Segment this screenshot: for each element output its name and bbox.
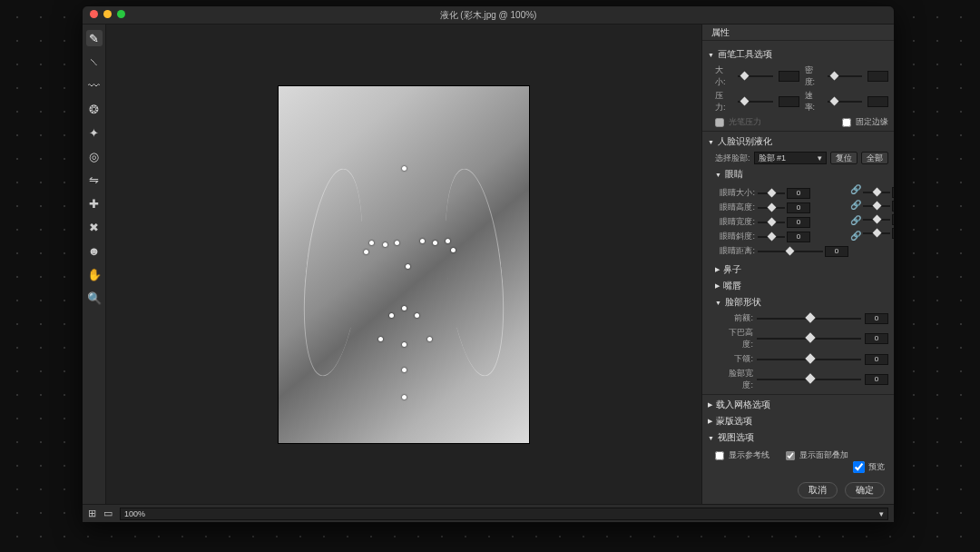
eye-width-right-value[interactable]: 0 xyxy=(892,214,894,225)
section-load-mesh[interactable]: ▶载入网格选项 xyxy=(708,399,888,411)
eye-tilt-right-value[interactable]: 0 xyxy=(892,228,894,239)
jaw-value[interactable]: 0 xyxy=(865,354,888,365)
show-guides-checkbox[interactable] xyxy=(715,451,724,460)
status-bar: ⊞ ▭ 100%▾ xyxy=(83,504,894,522)
close-icon[interactable] xyxy=(90,10,98,18)
tool-forward-warp[interactable]: ✎ xyxy=(86,30,103,46)
canvas-area[interactable] xyxy=(106,25,701,504)
section-face-shape[interactable]: ▼脸部形状 xyxy=(715,296,888,309)
link-icon[interactable]: 🔗 xyxy=(850,184,861,194)
tool-zoom[interactable]: 🔍 xyxy=(86,290,103,306)
tool-pucker[interactable]: ✦ xyxy=(86,124,103,141)
select-face-dropdown[interactable]: 脸部 #1▾ xyxy=(754,152,827,164)
section-view-options[interactable]: ▼视图选项 xyxy=(708,431,888,444)
stylus-pressure-checkbox xyxy=(715,118,724,127)
chevron-down-icon: ▾ xyxy=(818,153,822,163)
eye-distance-value[interactable]: 0 xyxy=(825,246,848,257)
face-width-value[interactable]: 0 xyxy=(865,374,888,385)
show-face-overlay-checkbox[interactable] xyxy=(786,451,795,460)
forehead-slider[interactable] xyxy=(757,314,861,323)
forehead-label: 前额: xyxy=(719,312,753,324)
tool-twirl[interactable]: ❂ xyxy=(86,101,103,117)
all-faces-button[interactable]: 全部 xyxy=(861,152,888,164)
brush-pressure-slider[interactable] xyxy=(738,97,772,106)
preview-checkbox[interactable] xyxy=(853,461,865,473)
eye-size-label: 眼睛大小: xyxy=(719,187,755,199)
doc-icon[interactable]: ▭ xyxy=(103,508,113,519)
brush-size-slider[interactable] xyxy=(738,72,772,81)
section-mask-options[interactable]: ▶蒙版选项 xyxy=(708,415,888,428)
eye-width-left-value[interactable]: 0 xyxy=(787,217,810,228)
ok-button[interactable]: 确定 xyxy=(845,482,885,498)
brush-pressure-value[interactable] xyxy=(779,96,799,107)
chin-height-slider[interactable] xyxy=(757,334,861,343)
forehead-value[interactable]: 0 xyxy=(865,313,888,324)
brush-density-value[interactable] xyxy=(867,71,888,82)
jaw-slider[interactable] xyxy=(757,355,861,364)
tool-face[interactable]: ☻ xyxy=(86,242,103,259)
eye-tilt-label: 眼睛斜度: xyxy=(719,231,755,242)
eye-height-right-slider[interactable] xyxy=(863,202,890,211)
eye-size-right-slider[interactable] xyxy=(863,188,890,197)
cancel-button[interactable]: 取消 xyxy=(798,482,838,498)
section-mouth[interactable]: ▶嘴唇 xyxy=(715,280,888,292)
eye-height-right-value[interactable]: 0 xyxy=(892,201,894,212)
brush-rate-value[interactable] xyxy=(867,96,888,107)
brush-size-value[interactable] xyxy=(779,71,799,82)
link-icon[interactable]: 🔗 xyxy=(850,200,861,210)
minimize-icon[interactable] xyxy=(103,10,112,18)
brush-density-label: 密度: xyxy=(805,64,822,88)
eye-tilt-left-slider[interactable] xyxy=(758,232,785,242)
select-face-label: 选择脸部: xyxy=(715,153,750,164)
brush-density-slider[interactable] xyxy=(828,72,862,81)
tool-smooth[interactable]: 〰 xyxy=(86,77,103,94)
stylus-pressure-label: 光笔压力 xyxy=(729,116,761,128)
link-icon[interactable]: 🔗 xyxy=(850,215,861,225)
show-guides-label: 显示参考线 xyxy=(729,449,769,461)
eye-distance-label: 眼睛距离: xyxy=(719,245,755,257)
jaw-label: 下颌: xyxy=(719,353,753,365)
brush-pressure-label: 压力: xyxy=(715,90,732,113)
tool-hand[interactable]: ✋ xyxy=(86,266,103,282)
eye-tilt-right-slider[interactable] xyxy=(863,229,890,238)
eye-size-left-slider[interactable] xyxy=(758,189,785,198)
panel-title: 属性 xyxy=(702,25,894,41)
eye-width-label: 眼睛宽度: xyxy=(719,216,755,228)
pin-edges-checkbox[interactable] xyxy=(842,118,851,127)
face-width-label: 脸部宽度: xyxy=(719,368,753,391)
eye-height-left-value[interactable]: 0 xyxy=(787,202,810,213)
grid-icon[interactable]: ⊞ xyxy=(88,508,96,519)
document-image[interactable] xyxy=(278,85,530,444)
reset-face-button[interactable]: 复位 xyxy=(830,152,858,164)
eye-size-right-value[interactable]: 0 xyxy=(892,187,894,198)
zoom-select[interactable]: 100%▾ xyxy=(120,508,888,520)
section-eyes[interactable]: ▼眼睛 xyxy=(715,168,888,181)
brush-rate-label: 速率: xyxy=(805,90,822,113)
preview-label: 预览 xyxy=(868,461,885,473)
eye-height-left-slider[interactable] xyxy=(758,203,785,212)
window-title: 液化 (彩木.jpg @ 100%) xyxy=(440,9,537,22)
link-icon[interactable]: 🔗 xyxy=(850,231,861,241)
titlebar: 液化 (彩木.jpg @ 100%) xyxy=(83,6,894,25)
show-face-overlay-label: 显示面部叠加 xyxy=(799,449,848,461)
section-brush-tool-options[interactable]: ▼画笔工具选项 xyxy=(708,48,888,61)
tool-push-left[interactable]: ⇋ xyxy=(86,172,103,188)
eye-size-left-value[interactable]: 0 xyxy=(787,188,810,199)
chin-height-value[interactable]: 0 xyxy=(865,333,888,344)
tool-strip: ✎ ⟍ 〰 ❂ ✦ ◎ ⇋ ✚ ✖ ☻ ✋ 🔍 xyxy=(83,25,106,504)
tool-reconstruct[interactable]: ⟍ xyxy=(86,54,103,70)
section-face-aware-liquify[interactable]: ▼人脸识别液化 xyxy=(708,135,888,148)
section-nose[interactable]: ▶鼻子 xyxy=(715,263,888,276)
eye-height-label: 眼睛高度: xyxy=(719,202,755,213)
eye-width-left-slider[interactable] xyxy=(758,218,785,227)
eye-distance-slider[interactable] xyxy=(758,247,823,256)
window-traffic-lights[interactable] xyxy=(90,10,125,18)
tool-thaw-mask[interactable]: ✖ xyxy=(86,219,103,235)
eye-width-right-slider[interactable] xyxy=(863,215,890,224)
tool-freeze-mask[interactable]: ✚ xyxy=(86,195,103,212)
eye-tilt-left-value[interactable]: 0 xyxy=(787,232,810,242)
tool-bloat[interactable]: ◎ xyxy=(86,148,103,164)
zoom-icon[interactable] xyxy=(117,10,125,18)
brush-rate-slider[interactable] xyxy=(828,97,862,106)
face-width-slider[interactable] xyxy=(757,375,861,384)
